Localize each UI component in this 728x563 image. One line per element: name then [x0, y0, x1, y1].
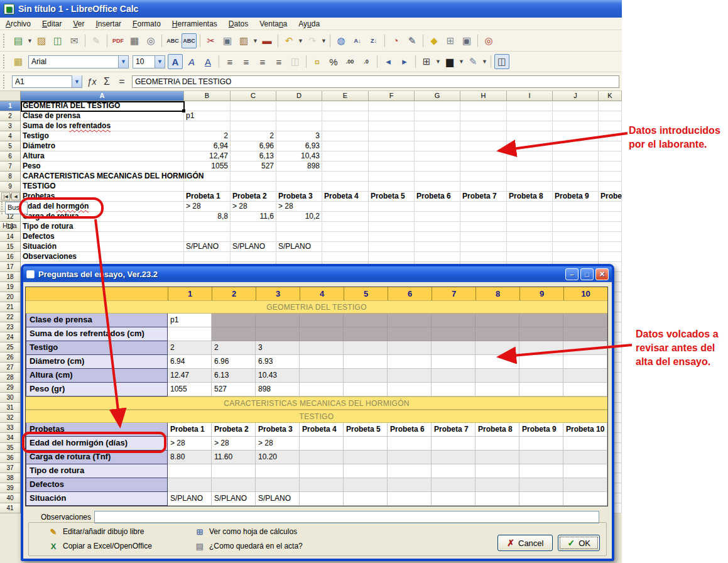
- cell-B11[interactable]: > 28: [184, 202, 231, 212]
- cell-G13[interactable]: [415, 222, 460, 232]
- dialog-cell-probetas-3[interactable]: Probeta 3: [256, 423, 300, 437]
- cell-D13[interactable]: [276, 222, 322, 232]
- dialog-cell-tipo-de-rotura-1[interactable]: [168, 464, 212, 478]
- dialog-cell-clase-de-prensa-8[interactable]: [475, 314, 519, 327]
- cell-B13[interactable]: [184, 222, 231, 232]
- cell-J1[interactable]: [553, 101, 599, 111]
- dialog-cell-clase-de-prensa-2[interactable]: [212, 314, 256, 327]
- cell-H9[interactable]: [460, 182, 507, 192]
- row-header-22[interactable]: 22: [0, 312, 21, 322]
- cell-K9[interactable]: [599, 182, 622, 192]
- cell-J3[interactable]: [553, 121, 599, 131]
- cell-G15[interactable]: [415, 242, 460, 252]
- dialog-cell-suma-de-los-refrentados-cm-7[interactable]: [432, 327, 475, 341]
- cell-A14[interactable]: Defectos: [21, 232, 184, 242]
- dialog-cell-tipo-de-rotura-2[interactable]: [212, 464, 256, 478]
- cell-J2[interactable]: [553, 111, 599, 121]
- sort-ascending-icon[interactable]: A↓: [350, 33, 365, 48]
- dialog-cell-altura-cm-3[interactable]: 10.43: [256, 369, 300, 383]
- increase-indent-icon[interactable]: ▸: [397, 54, 412, 69]
- dialog-cell-edad-del-hormigon-dias-5[interactable]: [344, 437, 388, 451]
- dialog-cell-diametro-cm-1[interactable]: 6.94: [168, 355, 212, 369]
- currency-icon[interactable]: ¤: [310, 54, 325, 69]
- insert-chart-icon[interactable]: ◔: [388, 33, 403, 48]
- cell-K4[interactable]: [599, 131, 622, 141]
- cell-C13[interactable]: [231, 222, 276, 232]
- dialog-cell-situacion-2[interactable]: S/PLANO: [212, 492, 256, 506]
- dialog-cell-situacion-3[interactable]: S/PLANO: [256, 492, 300, 506]
- col-header-G[interactable]: G: [415, 91, 460, 101]
- menu-ver[interactable]: Ver: [67, 18, 90, 30]
- dialog-col-header-1[interactable]: 1: [168, 287, 212, 300]
- dialog-cell-altura-cm-1[interactable]: 12.47: [168, 369, 212, 383]
- cell-H4[interactable]: [460, 131, 507, 141]
- row-header-17[interactable]: 17: [0, 262, 21, 272]
- dialog-cell-tipo-de-rotura-4[interactable]: [300, 464, 344, 478]
- dialog-cell-probetas-2[interactable]: Probeta 2: [212, 423, 256, 437]
- cell-G1[interactable]: [415, 101, 460, 111]
- dialog-cell-peso-gr-2[interactable]: 527: [212, 383, 256, 396]
- col-header-I[interactable]: I: [507, 91, 553, 101]
- cell-E7[interactable]: [322, 161, 369, 172]
- cell-C12[interactable]: 11,6: [231, 212, 276, 222]
- cell-A7[interactable]: Peso: [21, 161, 184, 172]
- cell-B5[interactable]: 6,94: [184, 141, 231, 151]
- cut-icon[interactable]: ✂: [204, 33, 219, 48]
- ok-button[interactable]: ✓ OK: [558, 535, 600, 551]
- cell-F14[interactable]: [369, 232, 415, 242]
- dialog-cell-situacion-6[interactable]: [388, 492, 432, 506]
- row-header-1[interactable]: 1: [0, 101, 21, 111]
- dialog-cell-clase-de-prensa-10[interactable]: [563, 314, 607, 327]
- dialog-cell-diametro-cm-4[interactable]: [300, 355, 344, 369]
- dialog-cell-peso-gr-9[interactable]: [519, 383, 563, 396]
- dialog-cell-probetas-6[interactable]: Probeta 6: [388, 423, 432, 437]
- dialog-col-header-8[interactable]: 8: [475, 287, 519, 300]
- dialog-cell-testigo-10[interactable]: [563, 341, 607, 355]
- cell-A6[interactable]: Altura: [21, 151, 184, 161]
- dialog-cell-edad-del-hormigon-dias-4[interactable]: [300, 437, 344, 451]
- row-header-29[interactable]: 29: [0, 383, 21, 393]
- dialog-cell-situacion-5[interactable]: [344, 492, 388, 506]
- dialog-cell-defectos-9[interactable]: [519, 478, 563, 492]
- dialog-cell-peso-gr-5[interactable]: [344, 383, 388, 396]
- cell-A8[interactable]: CARACTERISTICAS MECANICAS DEL HORMIGÓN: [21, 172, 184, 182]
- cell-F4[interactable]: [369, 131, 415, 141]
- cell-I4[interactable]: [507, 131, 553, 141]
- dialog-cell-defectos-1[interactable]: [168, 478, 212, 492]
- cancel-button[interactable]: ✗ Cancel: [497, 535, 553, 551]
- row-header-8[interactable]: 8: [0, 172, 21, 182]
- cell-B6[interactable]: 12,47: [184, 151, 231, 161]
- cell-D10[interactable]: Probeta 3: [276, 192, 322, 202]
- cell-K2[interactable]: [599, 111, 622, 121]
- add-decimal-icon[interactable]: .00: [342, 54, 357, 69]
- cell-F8[interactable]: [369, 172, 415, 182]
- cell-I15[interactable]: [507, 242, 553, 252]
- menu-editar[interactable]: Editar: [36, 18, 67, 30]
- dialog-link-editar-anadir-dibujo-libre[interactable]: ✎Editar/añadir dibujo libre: [48, 527, 195, 537]
- dialog-cell-tipo-de-rotura-5[interactable]: [344, 464, 388, 478]
- dialog-cell-suma-de-los-refrentados-cm-9[interactable]: [519, 327, 563, 341]
- dialog-cell-edad-del-hormigon-dias-9[interactable]: [519, 437, 563, 451]
- row-header-3[interactable]: 3: [0, 121, 21, 131]
- dialog-cell-diametro-cm-9[interactable]: [519, 355, 563, 369]
- sum-icon[interactable]: Σ: [99, 75, 114, 89]
- dialog-col-header-3[interactable]: 3: [256, 287, 300, 300]
- cell-H5[interactable]: [460, 141, 507, 151]
- dialog-cell-probetas-7[interactable]: Probeta 7: [432, 423, 475, 437]
- cell-E15[interactable]: [322, 242, 369, 252]
- styles-icon[interactable]: ▦: [11, 54, 26, 69]
- images-icon[interactable]: ⊞: [443, 33, 458, 48]
- cell-E4[interactable]: [322, 131, 369, 141]
- cell-G16[interactable]: [415, 252, 460, 262]
- cell-E12[interactable]: [322, 212, 369, 222]
- cell-J11[interactable]: [553, 202, 599, 212]
- cell-B12[interactable]: 8,8: [184, 212, 231, 222]
- cell-H6[interactable]: [460, 151, 507, 161]
- font-size-select[interactable]: 10 ▼: [133, 55, 165, 68]
- dialog-cell-tipo-de-rotura-8[interactable]: [475, 464, 519, 478]
- dialog-cell-carga-de-rotura-tnf-10[interactable]: [563, 451, 607, 464]
- cell-G9[interactable]: [415, 182, 460, 192]
- equals-icon[interactable]: =: [114, 75, 129, 89]
- cell-K15[interactable]: [599, 242, 622, 252]
- cell-C5[interactable]: 6,96: [231, 141, 276, 151]
